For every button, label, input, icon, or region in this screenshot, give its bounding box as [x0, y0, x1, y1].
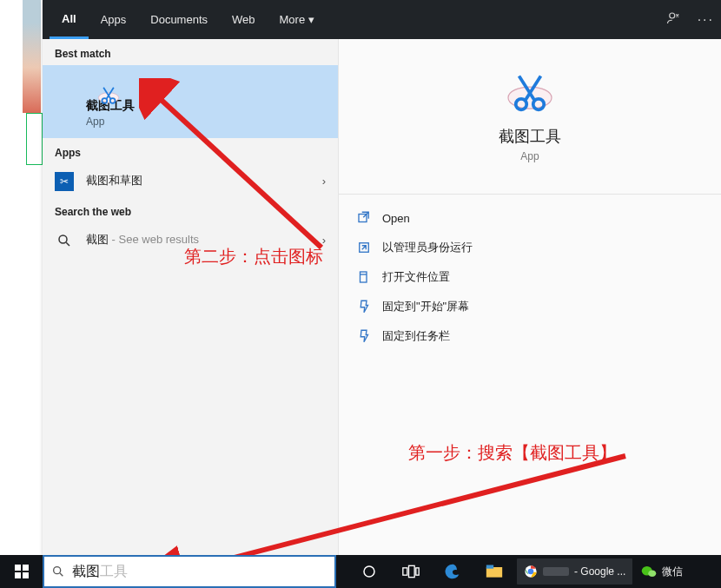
svg-rect-15: [15, 572, 21, 578]
explorer-button[interactable]: [473, 555, 515, 588]
action-label: 固定到"开始"屏幕: [382, 299, 469, 314]
tab-documents[interactable]: Documents: [138, 0, 220, 39]
app-result-snip-sketch[interactable]: ✂ 截图和草图 ›: [43, 164, 338, 197]
pin-taskbar-icon: [356, 328, 372, 344]
open-icon: [356, 210, 372, 226]
chrome-taskbar-item[interactable]: - Google ...: [517, 558, 632, 585]
feedback-icon[interactable]: [666, 10, 682, 29]
section-apps: Apps: [43, 138, 338, 164]
scissors-icon: [96, 83, 121, 107]
svg-rect-14: [23, 565, 29, 571]
results-list: Best match 截图工具 App Apps ✂ 截图和草图 › Searc…: [43, 39, 338, 556]
pin-start-icon: [356, 299, 372, 314]
snip-sketch-icon: ✂: [55, 172, 74, 191]
best-match-result[interactable]: 截图工具 App: [43, 65, 338, 138]
web-suffix: - See web results: [109, 233, 199, 246]
start-button[interactable]: [0, 555, 43, 588]
search-icon: [55, 231, 74, 250]
preview-pane: 截图工具 App Open 以管理员身份运行 打开文件位置: [338, 39, 721, 556]
svg-point-0: [669, 13, 674, 18]
svg-rect-22: [486, 567, 502, 578]
admin-icon: [356, 240, 372, 255]
scissors-icon: [504, 65, 556, 117]
background-doc: [26, 113, 43, 165]
divider: [339, 194, 721, 195]
svg-rect-16: [23, 572, 29, 578]
task-view-button[interactable]: [390, 555, 432, 588]
search-icon: [51, 565, 65, 578]
search-typed: 截图: [72, 563, 100, 581]
action-open-location[interactable]: 打开文件位置: [354, 262, 705, 292]
svg-rect-13: [15, 565, 21, 571]
svg-rect-20: [409, 565, 415, 577]
taskbar: 截图工具 - Google ... 微信: [0, 555, 721, 588]
chrome-title-redacted: [543, 567, 569, 576]
section-search-web: Search the web: [43, 197, 338, 223]
svg-rect-10: [360, 272, 367, 282]
tab-more[interactable]: More▾: [268, 0, 327, 39]
chevron-right-icon: ›: [322, 175, 326, 188]
preview-sub: App: [520, 150, 539, 162]
svg-rect-23: [486, 565, 493, 569]
app-result-label: 截图和草图: [86, 174, 142, 187]
action-label: Open: [382, 212, 410, 225]
svg-point-4: [59, 235, 67, 243]
svg-point-17: [54, 567, 61, 574]
tab-web[interactable]: Web: [220, 0, 268, 39]
action-label: 打开文件位置: [382, 269, 450, 285]
wechat-taskbar-item[interactable]: 微信: [634, 558, 690, 585]
action-label: 以管理员身份运行: [382, 240, 473, 255]
background-strip: [23, 0, 41, 113]
chevron-right-icon: ›: [322, 234, 326, 247]
preview-title: 截图工具: [499, 126, 561, 147]
chrome-title-suffix: - Google ...: [574, 565, 625, 578]
action-run-admin[interactable]: 以管理员身份运行: [354, 233, 705, 262]
web-query: 截图: [86, 233, 109, 246]
taskbar-search-box[interactable]: 截图工具: [43, 555, 336, 588]
svg-rect-21: [416, 568, 419, 575]
action-open[interactable]: Open: [354, 203, 705, 233]
wechat-label: 微信: [662, 565, 683, 579]
action-pin-taskbar[interactable]: 固定到任务栏: [354, 321, 705, 351]
svg-point-27: [649, 571, 657, 578]
more-options-icon[interactable]: ···: [698, 12, 714, 28]
tab-all[interactable]: All: [50, 0, 89, 39]
folder-icon: [356, 269, 372, 285]
section-best-match: Best match: [43, 39, 338, 65]
action-label: 固定到任务栏: [382, 328, 450, 344]
svg-point-18: [364, 566, 374, 577]
best-match-title: 截图工具: [86, 98, 326, 114]
tab-apps[interactable]: Apps: [89, 0, 139, 39]
web-result[interactable]: 截图 - See web results ›: [43, 223, 338, 256]
svg-point-25: [528, 569, 534, 575]
svg-rect-19: [403, 568, 407, 575]
edge-button[interactable]: [432, 555, 473, 588]
best-match-sub: App: [86, 116, 326, 128]
search-suggestion-ghost: 工具: [100, 563, 128, 581]
action-pin-start[interactable]: 固定到"开始"屏幕: [354, 292, 705, 321]
search-tabs: All Apps Documents Web More▾ ···: [43, 0, 721, 39]
cortana-button[interactable]: [348, 555, 390, 588]
chevron-down-icon: ▾: [308, 13, 314, 26]
search-panel: All Apps Documents Web More▾ ··· Best ma…: [43, 0, 721, 556]
